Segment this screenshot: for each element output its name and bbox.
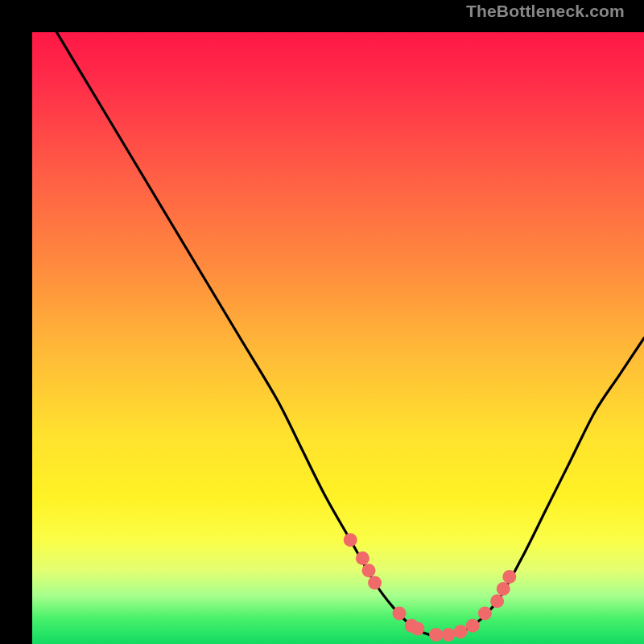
marker-dot [368,576,382,590]
marker-dot [478,607,492,621]
marker-dot [362,564,376,577]
chart-svg [32,32,644,644]
marker-dot [393,607,407,621]
chart-frame [16,16,628,628]
marker-dot [429,628,443,642]
marker-dot [344,533,357,547]
watermark-text: TheBottleneck.com [466,2,625,21]
highlight-markers [344,533,517,642]
marker-dot [490,594,504,608]
plot-area [32,32,644,644]
marker-dot [356,551,369,565]
marker-dot [466,619,480,633]
marker-dot [502,570,516,584]
marker-dot [411,622,424,636]
marker-dot [497,582,510,596]
marker-dot [454,625,468,638]
marker-dot [441,628,455,642]
